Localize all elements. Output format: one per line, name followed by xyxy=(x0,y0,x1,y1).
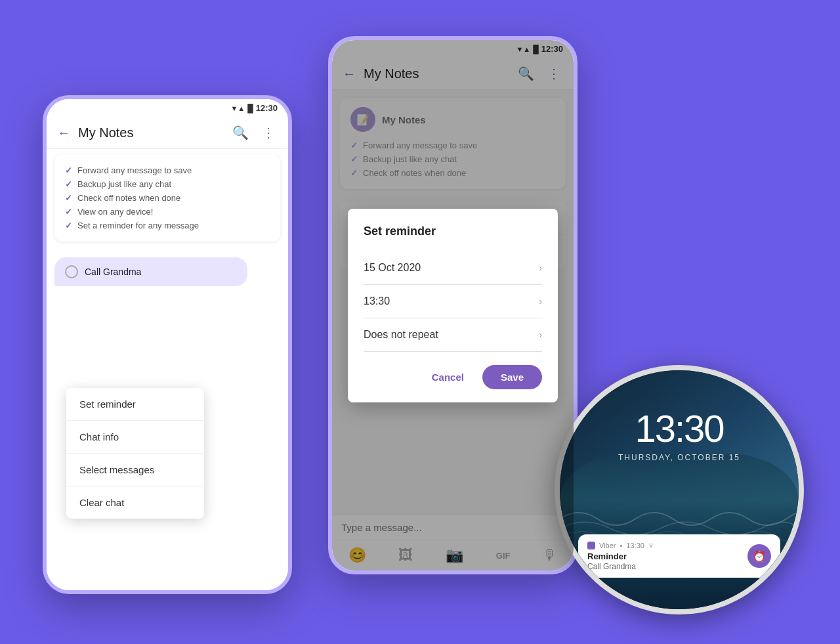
menu-set-reminder[interactable]: Set reminder xyxy=(66,388,204,421)
menu-chat-info[interactable]: Chat info xyxy=(66,421,204,454)
status-time-left: 12:30 xyxy=(256,103,278,113)
watch-notif-app-time: 13:30 xyxy=(626,542,644,549)
watch-background: 13:30 THURSDAY, OCTOBER 15 Viber • 13:30… xyxy=(560,370,799,609)
dialog-overlay: Set reminder 15 Oct 2020 › 13:30 › Does … xyxy=(332,40,574,570)
dialog-date-row[interactable]: 15 Oct 2020 › xyxy=(364,251,542,285)
battery-icon: █ xyxy=(247,104,253,113)
dialog-time-row[interactable]: 13:30 › xyxy=(364,285,542,318)
watch-time: 13:30 xyxy=(635,406,723,450)
welcome-item-5: Set a reminder for any message xyxy=(65,219,270,232)
search-button-left[interactable]: 🔍 xyxy=(230,123,251,142)
repeat-chevron-icon: › xyxy=(539,330,542,340)
message-radio[interactable] xyxy=(65,265,78,278)
message-bubble-left: Call Grandma xyxy=(54,257,247,286)
chevron-down-icon: ∨ xyxy=(648,541,654,549)
welcome-item-3: Check off notes when done xyxy=(65,191,270,205)
dialog-date-label: 15 Oct 2020 xyxy=(364,262,421,274)
watch-notif-body: Call Grandma xyxy=(587,562,741,571)
welcome-card-left: Forward any message to save Backup just … xyxy=(54,154,280,242)
viber-dot-icon xyxy=(587,542,595,549)
welcome-list-left: Forward any message to save Backup just … xyxy=(65,163,270,232)
header-title-left: My Notes xyxy=(78,125,222,140)
cancel-button[interactable]: Cancel xyxy=(424,365,472,389)
menu-select-messages[interactable]: Select messages xyxy=(66,454,204,486)
reminder-icon: ⏰ xyxy=(753,550,766,563)
phone-left: ▼▲ █ 12:30 ← My Notes 🔍 ⋮ Forward any me… xyxy=(43,95,292,594)
save-button[interactable]: Save xyxy=(482,365,542,389)
watch-notification: Viber • 13:30 ∨ Reminder Call Grandma ⏰ xyxy=(578,534,780,578)
watch-notif-header: Viber • 13:30 ∨ xyxy=(587,541,741,549)
watch: 13:30 THURSDAY, OCTOBER 15 Viber • 13:30… xyxy=(555,365,804,614)
signal-icon: ▼▲ xyxy=(230,104,245,112)
dialog-repeat-row[interactable]: Does not repeat › xyxy=(364,318,542,352)
welcome-item-1: Forward any message to save xyxy=(65,163,270,177)
message-text-left: Call Grandma xyxy=(85,267,141,277)
time-chevron-icon: › xyxy=(539,296,542,307)
app-header-left: ← My Notes 🔍 ⋮ xyxy=(47,117,288,149)
welcome-item-2: Backup just like any chat xyxy=(65,177,270,191)
dialog-actions: Cancel Save xyxy=(364,365,542,389)
dialog-title: Set reminder xyxy=(364,225,542,238)
watch-notif-title: Reminder xyxy=(587,551,741,561)
watch-notif-content: Viber • 13:30 ∨ Reminder Call Grandma xyxy=(587,541,741,571)
dialog-repeat-label: Does not repeat xyxy=(364,329,438,341)
welcome-item-4: View on any device! xyxy=(65,205,270,219)
back-button-left[interactable]: ← xyxy=(57,125,70,140)
context-menu: Set reminder Chat info Select messages C… xyxy=(66,388,204,519)
more-button-left[interactable]: ⋮ xyxy=(259,123,278,142)
menu-clear-chat[interactable]: Clear chat xyxy=(66,486,204,519)
phone-right: ▼▲ █ 12:30 ← My Notes 🔍 ⋮ 📝 My Notes For… xyxy=(328,36,578,574)
date-chevron-icon: › xyxy=(539,263,542,273)
status-bar-left: ▼▲ █ 12:30 xyxy=(47,99,288,117)
set-reminder-dialog: Set reminder 15 Oct 2020 › 13:30 › Does … xyxy=(348,209,558,402)
watch-notif-app: Viber xyxy=(599,542,616,549)
watch-notif-time: • xyxy=(620,542,622,549)
dialog-time-label: 13:30 xyxy=(364,295,390,307)
watch-date: THURSDAY, OCTOBER 15 xyxy=(618,453,740,462)
watch-notif-icon: ⏰ xyxy=(747,544,771,568)
